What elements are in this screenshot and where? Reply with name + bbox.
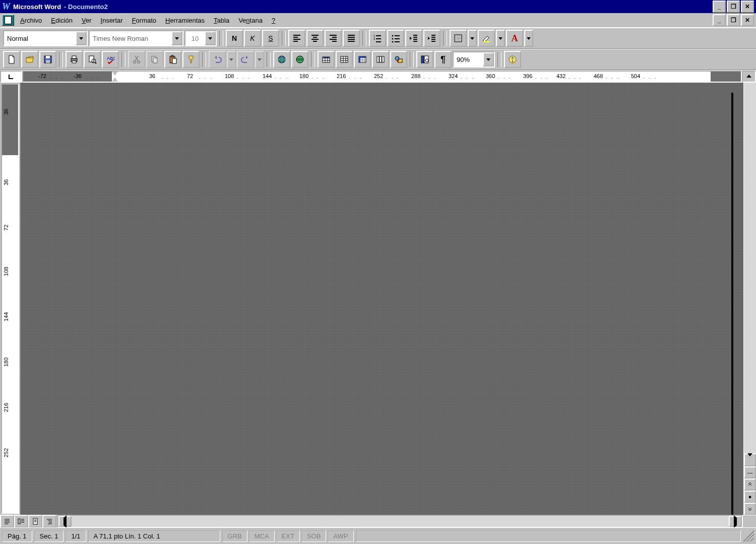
- undo-button[interactable]: [209, 51, 226, 68]
- italic-button[interactable]: K: [244, 30, 261, 47]
- status-indicator-ext[interactable]: EXT: [276, 530, 300, 542]
- style-selector[interactable]: Normal: [3, 30, 88, 46]
- scroll-down-button[interactable]: [744, 453, 756, 466]
- font-size-selector[interactable]: 10: [184, 30, 217, 46]
- horizontal-ruler[interactable]: -72· · ·-36· · ·36· · ·72· · ·108· · ·14…: [22, 71, 742, 83]
- show-paragraph-button[interactable]: ¶: [434, 51, 452, 68]
- previous-page-button[interactable]: [744, 479, 756, 491]
- cut-button[interactable]: [128, 51, 145, 68]
- close-button[interactable]: ✕: [741, 1, 754, 13]
- undo-dropdown[interactable]: [227, 51, 236, 68]
- font-selector[interactable]: Times New Roman: [89, 30, 183, 46]
- borders-dropdown[interactable]: [468, 30, 477, 47]
- resize-grip-icon[interactable]: [743, 530, 754, 541]
- zoom-selector[interactable]: 90%: [453, 51, 495, 67]
- tables-borders-button[interactable]: [318, 51, 335, 68]
- vscroll-track[interactable]: [744, 83, 756, 453]
- decrease-indent-button[interactable]: [405, 30, 422, 47]
- insert-table-button[interactable]: [336, 51, 353, 68]
- menu-item-?[interactable]: ?: [268, 15, 279, 26]
- mdi-minimize-button[interactable]: _: [713, 14, 726, 26]
- dropdown-arrow-icon[interactable]: [205, 31, 216, 45]
- format-painter-button[interactable]: [182, 51, 200, 68]
- redo-dropdown[interactable]: [255, 51, 264, 68]
- menu-item-tabla[interactable]: Tabla: [210, 15, 233, 26]
- insert-hyperlink-button[interactable]: [273, 51, 290, 68]
- menu-item-formato[interactable]: Formato: [128, 15, 160, 26]
- redo-button[interactable]: [237, 51, 254, 68]
- bold-button[interactable]: N: [226, 30, 243, 47]
- new-document-button[interactable]: [3, 51, 20, 68]
- increase-indent-button[interactable]: [423, 30, 440, 47]
- scroll-up-button[interactable]: [742, 71, 756, 83]
- menu-item-herramientas[interactable]: Herramientas: [161, 15, 209, 26]
- online-layout-view-button[interactable]: [14, 515, 28, 528]
- print-preview-button[interactable]: [84, 51, 101, 68]
- standard-toolbar: ABC ¶ 90%: [0, 49, 756, 70]
- maximize-button[interactable]: ❐: [727, 1, 740, 13]
- svg-rect-8: [46, 56, 50, 58]
- svg-text:2: 2: [373, 37, 375, 40]
- mdi-close-button[interactable]: ✕: [741, 14, 754, 26]
- excel-button[interactable]: [354, 51, 371, 68]
- vertical-scrollbar[interactable]: — ●: [743, 83, 756, 515]
- menu-item-archivo[interactable]: Archivo: [16, 15, 46, 26]
- style-value: Normal: [4, 35, 76, 42]
- hscroll-track[interactable]: [72, 516, 729, 527]
- font-color-dropdown[interactable]: [524, 30, 533, 47]
- status-indicator-awp[interactable]: AWP: [328, 530, 353, 542]
- copy-button[interactable]: [146, 51, 163, 68]
- minimize-button[interactable]: _: [713, 1, 726, 13]
- dropdown-arrow-icon[interactable]: [483, 52, 494, 66]
- select-browse-object-button[interactable]: ●: [744, 491, 756, 503]
- svg-point-41: [512, 57, 514, 59]
- vertical-ruler[interactable]: 363672108144180216252: [1, 84, 19, 514]
- menu-item-ver[interactable]: Ver: [78, 15, 96, 26]
- highlight-button[interactable]: [478, 30, 495, 47]
- scroll-right-button[interactable]: [729, 516, 742, 527]
- spellcheck-button[interactable]: ABC: [102, 51, 119, 68]
- menu-item-edición[interactable]: Edición: [47, 15, 77, 26]
- paste-button[interactable]: [164, 51, 181, 68]
- indent-marker-icon[interactable]: [112, 72, 118, 82]
- document-map-button[interactable]: [416, 51, 433, 68]
- font-color-button[interactable]: A: [506, 30, 523, 47]
- underline-button[interactable]: S: [262, 30, 279, 47]
- hruler-label: 72: [187, 73, 193, 79]
- scroll-left-button[interactable]: [58, 516, 72, 527]
- dropdown-arrow-icon[interactable]: [171, 31, 182, 45]
- numbered-list-button[interactable]: 12: [369, 30, 386, 47]
- highlight-dropdown[interactable]: [496, 30, 505, 47]
- status-indicator-grb[interactable]: GRB: [222, 530, 247, 542]
- bulleted-list-button[interactable]: [387, 30, 404, 47]
- mdi-document-icon[interactable]: [2, 15, 14, 26]
- normal-view-button[interactable]: [0, 515, 14, 528]
- print-button[interactable]: [66, 51, 83, 68]
- status-indicator-sob[interactable]: SOB: [301, 530, 326, 542]
- status-indicator-mca[interactable]: MCA: [249, 530, 275, 542]
- menu-item-ntana[interactable]: Ventana: [234, 15, 267, 26]
- columns-button[interactable]: [372, 51, 389, 68]
- outline-view-button[interactable]: [42, 515, 56, 528]
- ruler-row: -72· · ·-36· · ·36· · ·72· · ·108· · ·14…: [0, 70, 756, 83]
- borders-button[interactable]: [450, 30, 467, 47]
- svg-rect-43: [18, 519, 20, 524]
- align-justify-button[interactable]: [343, 30, 360, 47]
- open-button[interactable]: [21, 51, 38, 68]
- menu-item-insertar[interactable]: Insertar: [97, 15, 127, 26]
- office-assistant-button[interactable]: [504, 51, 521, 68]
- document-page[interactable]: [21, 83, 743, 515]
- web-toolbar-button[interactable]: [291, 51, 308, 68]
- page-layout-view-button[interactable]: [28, 515, 42, 528]
- browse-hr-button[interactable]: —: [744, 466, 756, 479]
- horizontal-scrollbar[interactable]: [57, 515, 743, 528]
- mdi-restore-button[interactable]: ❐: [727, 14, 740, 26]
- align-right-button[interactable]: [325, 30, 342, 47]
- save-button[interactable]: [39, 51, 56, 68]
- next-page-button[interactable]: [744, 503, 756, 515]
- drawing-button[interactable]: [390, 51, 407, 68]
- align-center-button[interactable]: [306, 30, 324, 47]
- dropdown-arrow-icon[interactable]: [76, 31, 87, 45]
- align-left-button[interactable]: [288, 30, 305, 47]
- tab-selector[interactable]: [0, 71, 22, 83]
